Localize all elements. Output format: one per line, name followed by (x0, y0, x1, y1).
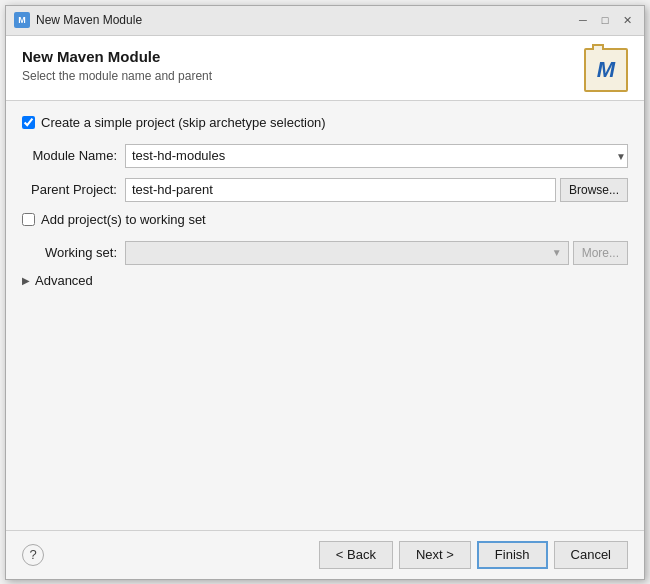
simple-project-checkbox[interactable] (22, 116, 35, 129)
working-set-row: Working set: ▼ More... (22, 241, 628, 265)
maven-icon-container: M (584, 48, 628, 92)
working-set-section: Add project(s) to working set Working se… (22, 212, 628, 265)
advanced-label: Advanced (35, 273, 93, 288)
title-bar-text: New Maven Module (36, 13, 574, 27)
working-set-label: Working set: (22, 245, 117, 260)
working-set-checkbox-label[interactable]: Add project(s) to working set (41, 212, 206, 227)
dialog-title: New Maven Module (22, 48, 574, 65)
advanced-row[interactable]: ▶ Advanced (22, 273, 628, 288)
parent-project-row: Parent Project: Browse... (22, 178, 628, 202)
module-name-label: Module Name: (22, 148, 117, 163)
browse-button[interactable]: Browse... (560, 178, 628, 202)
back-button[interactable]: < Back (319, 541, 393, 569)
title-bar-icon: M (14, 12, 30, 28)
simple-project-row: Create a simple project (skip archetype … (22, 115, 628, 130)
module-name-input-wrap: ▼ (125, 144, 628, 168)
finish-button[interactable]: Finish (477, 541, 548, 569)
maven-icon-tab (592, 44, 604, 50)
working-set-checkbox-row: Add project(s) to working set (22, 212, 628, 227)
advanced-arrow-icon: ▶ (22, 275, 30, 286)
more-button[interactable]: More... (573, 241, 628, 265)
dialog-subtitle: Select the module name and parent (22, 69, 574, 83)
dialog-header-text: New Maven Module Select the module name … (22, 48, 574, 83)
dialog-window: M New Maven Module ─ □ ✕ New Maven Modul… (5, 5, 645, 580)
working-set-checkbox[interactable] (22, 213, 35, 226)
working-set-dropdown-icon: ▼ (552, 247, 562, 258)
footer-right: < Back Next > Finish Cancel (319, 541, 628, 569)
parent-project-label: Parent Project: (22, 182, 117, 197)
simple-project-label[interactable]: Create a simple project (skip archetype … (41, 115, 326, 130)
module-name-input[interactable] (125, 144, 628, 168)
help-button[interactable]: ? (22, 544, 44, 566)
footer-left: ? (22, 544, 44, 566)
parent-project-input[interactable] (125, 178, 556, 202)
dialog-body: Create a simple project (skip archetype … (6, 101, 644, 530)
working-set-combo[interactable]: ▼ (125, 241, 569, 265)
dialog-footer: ? < Back Next > Finish Cancel (6, 530, 644, 579)
maven-icon: M (584, 48, 628, 92)
close-button[interactable]: ✕ (618, 11, 636, 29)
minimize-button[interactable]: ─ (574, 11, 592, 29)
title-bar-controls: ─ □ ✕ (574, 11, 636, 29)
maven-m-letter: M (597, 57, 615, 83)
title-bar: M New Maven Module ─ □ ✕ (6, 6, 644, 36)
dialog-header: New Maven Module Select the module name … (6, 36, 644, 101)
module-name-row: Module Name: ▼ (22, 144, 628, 168)
cancel-button[interactable]: Cancel (554, 541, 628, 569)
next-button[interactable]: Next > (399, 541, 471, 569)
maximize-button[interactable]: □ (596, 11, 614, 29)
